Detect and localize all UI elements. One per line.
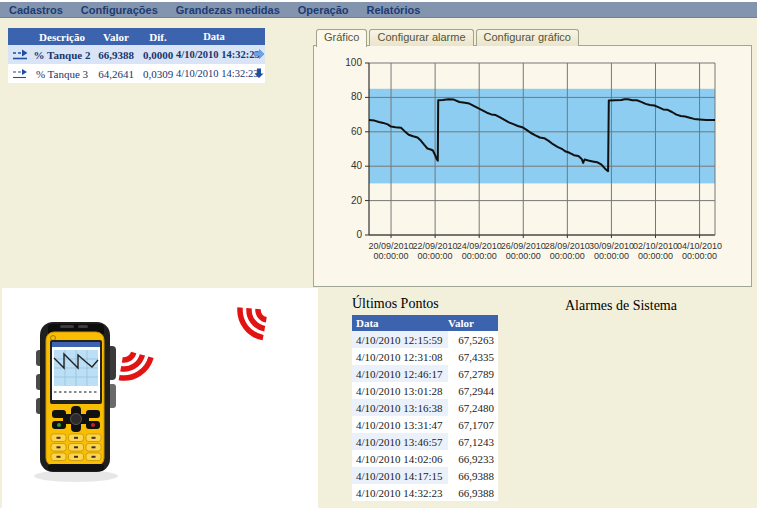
device-illustration <box>2 288 318 508</box>
list-item: 4/10/2010 13:01:2867,2944 <box>352 382 498 399</box>
chart-tab-strip: Gráfico Configurar alarme Configurar grá… <box>316 29 579 47</box>
reading-description: % Tanque 3 <box>32 68 92 80</box>
ultimos-header: Data Valor <box>352 315 498 331</box>
reading-value: 66,9388 <box>92 49 140 61</box>
col-header-descricao: Descrição <box>32 31 92 43</box>
table-row[interactable]: % Tanque 2 66,9388 0,0000 4/10/2010 14:3… <box>8 45 265 64</box>
device-keypad <box>51 434 101 461</box>
col-header-valor: Valor <box>448 317 498 329</box>
svg-text:00:00:00: 00:00:00 <box>506 251 541 261</box>
list-item: 4/10/2010 14:02:0666,9233 <box>352 450 498 467</box>
svg-text:00:00:00: 00:00:00 <box>374 251 409 261</box>
svg-text:00:00:00: 00:00:00 <box>594 251 629 261</box>
trend-chart: 02040608010020/09/201000:00:0022/09/2010… <box>314 46 751 286</box>
table-row[interactable]: % Tanque 3 64,2641 0,0309 4/10/2010 14:3… <box>8 64 265 83</box>
svg-text:60: 60 <box>351 126 363 137</box>
trend-down-arrow-icon <box>252 67 265 81</box>
readings-table-header: Descrição Valor Dif. Data <box>8 28 265 45</box>
alarmes-sistema-title: Alarmes de Sistema <box>565 298 677 314</box>
trend-link-icon[interactable] <box>8 67 32 81</box>
menu-item-relatorios[interactable]: Relatórios <box>358 4 430 16</box>
col-header-data: Data <box>176 31 252 42</box>
svg-text:40: 40 <box>351 160 363 171</box>
trend-link-icon[interactable] <box>8 48 32 62</box>
main-menu-bar: Cadastros Configurações Grandezas medida… <box>0 2 757 18</box>
trend-right-arrow-icon <box>252 48 265 62</box>
reading-timestamp: 4/10/2010 14:32:23 <box>176 49 252 60</box>
list-item: 4/10/2010 12:15:5967,5263 <box>352 331 498 348</box>
list-item: 4/10/2010 12:31:0867,4335 <box>352 348 498 365</box>
svg-text:20: 20 <box>351 195 363 206</box>
svg-text:24/09/2010: 24/09/2010 <box>457 241 502 251</box>
list-item: 4/10/2010 14:32:2366,9388 <box>352 484 498 501</box>
signal-waves-right-icon <box>240 308 266 338</box>
col-header-data: Data <box>352 317 448 329</box>
ultimos-pontos-title: Últimos Pontos <box>352 296 498 312</box>
tab-configurar-alarme[interactable]: Configurar alarme <box>369 29 473 46</box>
reading-timestamp: 4/10/2010 14:32:23 <box>176 68 252 79</box>
svg-text:28/09/2010: 28/09/2010 <box>545 241 590 251</box>
list-item: 4/10/2010 12:46:1767,2789 <box>352 365 498 382</box>
col-header-valor: Valor <box>92 31 140 43</box>
svg-text:00:00:00: 00:00:00 <box>638 251 673 261</box>
scada-app-window: Cadastros Configurações Grandezas medida… <box>0 0 757 508</box>
svg-text:00:00:00: 00:00:00 <box>418 251 453 261</box>
svg-text:00:00:00: 00:00:00 <box>462 251 497 261</box>
svg-text:00:00:00: 00:00:00 <box>682 251 717 261</box>
tab-configurar-grafico[interactable]: Configurar gráfico <box>476 29 579 46</box>
svg-text:04/10/2010: 04/10/2010 <box>677 241 722 251</box>
svg-text:30/09/2010: 30/09/2010 <box>589 241 634 251</box>
alarm-band <box>369 89 715 184</box>
signal-waves-left-icon <box>119 353 151 378</box>
reading-description: % Tanque 2 <box>32 49 92 61</box>
svg-text:26/09/2010: 26/09/2010 <box>501 241 546 251</box>
svg-text:80: 80 <box>351 91 363 102</box>
svg-text:100: 100 <box>345 57 362 68</box>
reading-diff: 0,0309 <box>140 68 176 80</box>
reading-value: 64,2641 <box>92 68 140 80</box>
svg-text:0: 0 <box>356 229 362 240</box>
ultimos-pontos-section: Últimos Pontos Data Valor 4/10/2010 12:1… <box>352 296 498 501</box>
tab-grafico[interactable]: Gráfico <box>316 29 367 47</box>
list-item: 4/10/2010 13:31:4767,1707 <box>352 416 498 433</box>
list-item: 4/10/2010 13:16:3867,2480 <box>352 399 498 416</box>
list-item: 4/10/2010 13:46:5767,1243 <box>352 433 498 450</box>
col-header-dif: Dif. <box>140 31 176 43</box>
svg-text:20/09/2010: 20/09/2010 <box>369 241 414 251</box>
menu-item-operacao[interactable]: Operação <box>289 4 358 16</box>
chart-panel: 02040608010020/09/201000:00:0022/09/2010… <box>313 45 752 287</box>
svg-text:02/10/2010: 02/10/2010 <box>633 241 678 251</box>
list-item: 4/10/2010 14:17:1566,9388 <box>352 467 498 484</box>
menu-item-configuracoes[interactable]: Configurações <box>72 4 167 16</box>
menu-item-cadastros[interactable]: Cadastros <box>0 4 72 16</box>
menu-item-grandezas[interactable]: Grandezas medidas <box>167 4 289 16</box>
reading-diff: 0,0000 <box>140 49 176 61</box>
readings-table: Descrição Valor Dif. Data % Tanque 2 66,… <box>8 28 265 83</box>
svg-text:22/09/2010: 22/09/2010 <box>413 241 458 251</box>
svg-text:00:00:00: 00:00:00 <box>550 251 585 261</box>
